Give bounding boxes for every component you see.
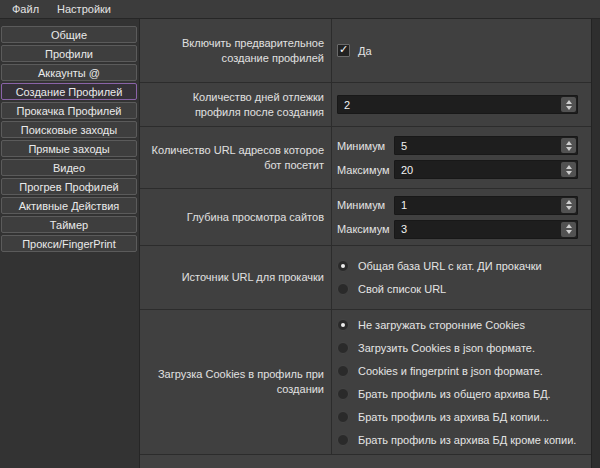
menu-bar: Файл Настройки (0, 0, 600, 19)
spinner-down-icon (566, 106, 572, 110)
sidebar-item-accounts[interactable]: Аккаунты @ (1, 64, 137, 81)
radio-option[interactable]: Общая база URL с кат. ДИ прокачки (337, 260, 578, 272)
radio-icon (337, 283, 349, 295)
radio-label: Загрузить Cookies в json формате. (358, 342, 535, 354)
depth-min-spinbox[interactable]: 1 (394, 196, 578, 215)
radio-label: Общая база URL с кат. ДИ прокачки (358, 260, 542, 272)
radio-icon (337, 319, 349, 331)
spinner-up-icon (566, 165, 572, 169)
max-row: Максимум 20 (337, 160, 578, 179)
setting-row-rest-days: Количество дней отлежки профиля после со… (140, 83, 591, 127)
setting-label: Количество URL адресов которое бот посет… (140, 127, 332, 188)
radio-icon (337, 342, 349, 354)
spinner-down-icon (566, 206, 572, 210)
spinner-down-icon (566, 230, 572, 234)
setting-control: Общая база URL с кат. ДИ прокачки Свой с… (332, 246, 591, 309)
setting-label: Включить предварительное создание профил… (140, 19, 332, 82)
radio-icon (337, 434, 349, 446)
radio-label: Брать профиль из архива БД кроме копии. (358, 434, 576, 446)
max-row: Максимум 3 (337, 220, 578, 239)
sidebar-item-search-visits[interactable]: Поисковые заходы (1, 121, 137, 138)
spinner-up-icon (566, 100, 572, 104)
spin-value[interactable]: 5 (395, 140, 561, 152)
setting-control: 2 (332, 83, 591, 126)
sidebar-item-direct-visits[interactable]: Прямые заходы (1, 140, 137, 157)
sidebar-item-video[interactable]: Видео (1, 159, 137, 176)
sidebar-item-profile-creation[interactable]: Создание Профилей (1, 83, 137, 100)
spin-value[interactable]: 2 (338, 99, 561, 111)
sidebar-item-active-actions[interactable]: Активные Действия (1, 197, 137, 214)
depth-max-spinbox[interactable]: 3 (394, 220, 578, 239)
spinner-up-icon (566, 200, 572, 204)
spinner-up-icon (566, 141, 572, 145)
radio-label: Не загружать сторонние Cookies (358, 319, 525, 331)
setting-label: Количество дней отлежки профиля после со… (140, 83, 332, 126)
spinner-up-icon (566, 224, 572, 228)
sidebar-item-general[interactable]: Общие (1, 26, 137, 43)
spinner-buttons[interactable] (561, 138, 576, 153)
min-row: Минимум 5 (337, 136, 578, 155)
url-count-max-spinbox[interactable]: 20 (394, 160, 578, 179)
sidebar-item-profiles[interactable]: Профили (1, 45, 137, 62)
setting-row-precreate: Включить предварительное создание профил… (140, 19, 591, 83)
max-label: Максимум (337, 223, 394, 235)
setting-control: Минимум 1 Максимум 3 (332, 189, 591, 245)
setting-row-url-source: Источник URL для прокачки Общая база URL… (140, 246, 591, 310)
setting-control: Не загружать сторонние Cookies Загрузить… (332, 310, 591, 454)
radio-label: Свой список URL (358, 283, 446, 295)
checkbox-row: Да (337, 44, 578, 57)
spin-value[interactable]: 1 (395, 199, 561, 211)
spinner-buttons[interactable] (561, 198, 576, 213)
setting-row-cookies-load: Загрузка Cookies в профиль при создании … (140, 310, 591, 455)
sidebar-item-proxy-fingerprint[interactable]: Прокси/FingerPrint (1, 235, 137, 252)
radio-option[interactable]: Не загружать сторонние Cookies (337, 319, 578, 331)
settings-panel: Включить предварительное создание профил… (140, 19, 592, 468)
sidebar: Общие Профили Аккаунты @ Создание Профил… (0, 19, 140, 468)
spinner-buttons[interactable] (561, 97, 576, 112)
spinner-buttons[interactable] (561, 162, 576, 177)
radio-option[interactable]: Брать профиль из архива БД копии... (337, 411, 578, 423)
radio-label: Брать профиль из общего архива БД. (358, 388, 551, 400)
spin-value[interactable]: 20 (395, 164, 561, 176)
spinner-buttons[interactable] (561, 222, 576, 237)
radio-option[interactable]: Брать профиль из общего архива БД. (337, 388, 578, 400)
radio-label: Cookies и fingerprint в json формате. (358, 365, 543, 377)
min-label: Минимум (337, 199, 394, 211)
radio-icon (337, 260, 349, 272)
sidebar-item-profile-warmup[interactable]: Прогрев Профилей (1, 178, 137, 195)
min-label: Минимум (337, 140, 394, 152)
url-count-min-spinbox[interactable]: 5 (394, 136, 578, 155)
sidebar-item-timer[interactable]: Таймер (1, 216, 137, 233)
menu-settings[interactable]: Настройки (48, 2, 120, 17)
radio-icon (337, 411, 349, 423)
sidebar-item-profile-pumping[interactable]: Прокачка Профилей (1, 102, 137, 119)
setting-control: Да (332, 19, 591, 82)
radio-icon (337, 388, 349, 400)
radio-label: Брать профиль из архива БД копии... (358, 411, 549, 423)
app-window: Файл Настройки Общие Профили Аккаунты @ … (0, 0, 600, 468)
checkbox-label: Да (358, 45, 372, 57)
setting-label: Глубина просмотра сайтов (140, 189, 332, 245)
precreate-checkbox[interactable] (337, 44, 350, 57)
content-area: Общие Профили Аккаунты @ Создание Профил… (0, 19, 600, 468)
setting-label: Источник URL для прокачки (140, 246, 332, 309)
spin-value[interactable]: 3 (395, 223, 561, 235)
max-label: Максимум (337, 164, 394, 176)
radio-option[interactable]: Загрузить Cookies в json формате. (337, 342, 578, 354)
setting-row-view-depth: Глубина просмотра сайтов Минимум 1 (140, 189, 591, 246)
spinner-down-icon (566, 147, 572, 151)
setting-label: Загрузка Cookies в профиль при создании (140, 310, 332, 454)
menu-file[interactable]: Файл (3, 2, 48, 17)
setting-row-url-count: Количество URL адресов которое бот посет… (140, 127, 591, 189)
rest-days-spinbox[interactable]: 2 (337, 95, 578, 114)
radio-icon (337, 365, 349, 377)
min-row: Минимум 1 (337, 196, 578, 215)
setting-control: Минимум 5 Максимум 20 (332, 127, 591, 188)
empty-row (140, 455, 591, 468)
spinner-down-icon (566, 171, 572, 175)
radio-option[interactable]: Cookies и fingerprint в json формате. (337, 365, 578, 377)
radio-option[interactable]: Брать профиль из архива БД кроме копии. (337, 434, 578, 446)
radio-option[interactable]: Свой список URL (337, 283, 578, 295)
